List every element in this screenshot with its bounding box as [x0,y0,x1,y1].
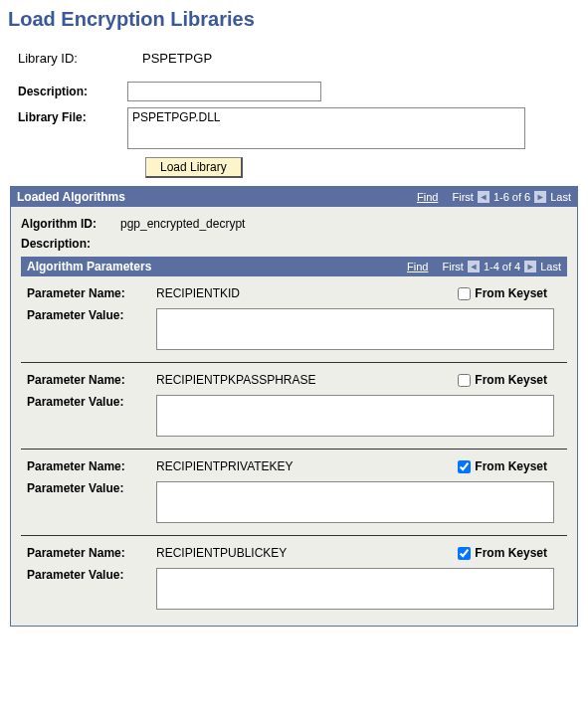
algorithm-parameters-body: Parameter Name:RECIPIENTKIDFrom KeysetPa… [21,276,567,622]
algorithm-id-label: Algorithm ID: [21,217,120,231]
from-keyset-wrapper: From Keyset [458,459,547,473]
load-library-button[interactable]: Load Library [145,157,243,178]
params-prev-button[interactable]: ◄ [468,261,480,272]
algorithms-find-link[interactable]: Find [417,191,438,203]
algorithms-next-button[interactable]: ► [534,191,546,203]
parameter-name-value: RECIPIENTPKPASSPHRASE [156,373,458,387]
algorithm-description-label: Description: [21,237,120,251]
library-id-label: Library ID: [18,49,142,66]
from-keyset-wrapper: From Keyset [458,546,547,560]
parameter-value-label: Parameter Value: [27,481,156,495]
parameter-value-input[interactable] [156,481,554,523]
loaded-algorithms-grid: Loaded Algorithms Find First ◄ 1-6 of 6 … [10,186,578,627]
top-fields: Library ID: PSPETPGP Description: Librar… [18,49,588,186]
parameter-block: Parameter Name:RECIPIENTKIDFrom KeysetPa… [21,276,567,363]
from-keyset-label: From Keyset [475,286,547,300]
parameter-value-label: Parameter Value: [27,395,156,409]
parameter-value-row: Parameter Value: [27,568,561,610]
algorithm-parameters-grid: Algorithm Parameters Find First ◄ 1-4 of… [21,257,567,622]
library-file-input[interactable] [127,107,525,149]
parameter-name-label: Parameter Name: [27,546,156,560]
params-first-label: First [443,261,464,272]
loaded-algorithms-title: Loaded Algorithms [17,190,125,204]
parameter-name-label: Parameter Name: [27,459,156,473]
parameter-row-top: Parameter Name:RECIPIENTPUBLICKEYFrom Ke… [27,546,561,560]
page-title: Load Encryption Libraries [8,8,588,31]
from-keyset-checkbox[interactable] [458,374,471,387]
algorithms-last-label: Last [550,191,571,203]
loaded-algorithms-body: Algorithm ID: pgp_encrypted_decrypt Desc… [11,207,577,626]
from-keyset-checkbox[interactable] [458,547,471,560]
parameter-value-input[interactable] [156,568,554,610]
parameter-row-top: Parameter Name:RECIPIENTPKPASSPHRASEFrom… [27,373,561,387]
description-label: Description: [18,82,127,98]
parameter-block: Parameter Name:RECIPIENTPRIVATEKEYFrom K… [21,450,567,536]
parameter-row-top: Parameter Name:RECIPIENTKIDFrom Keyset [27,286,561,300]
parameter-value-input[interactable] [156,308,554,350]
from-keyset-label: From Keyset [475,459,547,473]
parameter-name-label: Parameter Name: [27,286,156,300]
from-keyset-checkbox[interactable] [458,460,471,473]
parameter-name-label: Parameter Name: [27,373,156,387]
from-keyset-wrapper: From Keyset [458,373,547,387]
from-keyset-label: From Keyset [475,373,547,387]
library-id-value: PSPETPGP [142,49,212,66]
params-next-button[interactable]: ► [524,261,536,272]
library-file-label: Library File: [18,107,127,124]
algorithms-range: 1-6 of 6 [493,191,530,203]
parameter-name-value: RECIPIENTKID [156,286,458,300]
description-input[interactable] [127,82,321,101]
parameter-value-input[interactable] [156,395,554,437]
loaded-algorithms-nav: Find First ◄ 1-6 of 6 ► Last [417,191,571,203]
algorithm-parameters-title: Algorithm Parameters [27,260,151,273]
parameter-value-label: Parameter Value: [27,308,156,322]
from-keyset-wrapper: From Keyset [458,286,547,300]
parameter-value-row: Parameter Value: [27,395,561,437]
algorithm-parameters-nav: Find First ◄ 1-4 of 4 ► Last [407,261,561,272]
parameter-value-row: Parameter Value: [27,308,561,350]
parameter-block: Parameter Name:RECIPIENTPKPASSPHRASEFrom… [21,363,567,450]
algorithm-parameters-header: Algorithm Parameters Find First ◄ 1-4 of… [21,257,567,276]
from-keyset-label: From Keyset [475,546,547,560]
params-last-label: Last [540,261,561,272]
loaded-algorithms-header: Loaded Algorithms Find First ◄ 1-6 of 6 … [11,187,577,207]
parameter-block: Parameter Name:RECIPIENTPUBLICKEYFrom Ke… [21,536,567,622]
params-range: 1-4 of 4 [484,261,520,272]
parameter-row-top: Parameter Name:RECIPIENTPRIVATEKEYFrom K… [27,459,561,473]
parameter-name-value: RECIPIENTPRIVATEKEY [156,459,458,473]
parameter-value-label: Parameter Value: [27,568,156,582]
parameter-name-value: RECIPIENTPUBLICKEY [156,546,458,560]
params-find-link[interactable]: Find [407,261,428,272]
algorithm-id-value: pgp_encrypted_decrypt [120,217,245,231]
from-keyset-checkbox[interactable] [458,287,471,300]
parameter-value-row: Parameter Value: [27,481,561,523]
algorithms-first-label: First [453,191,474,203]
algorithms-prev-button[interactable]: ◄ [478,191,490,203]
